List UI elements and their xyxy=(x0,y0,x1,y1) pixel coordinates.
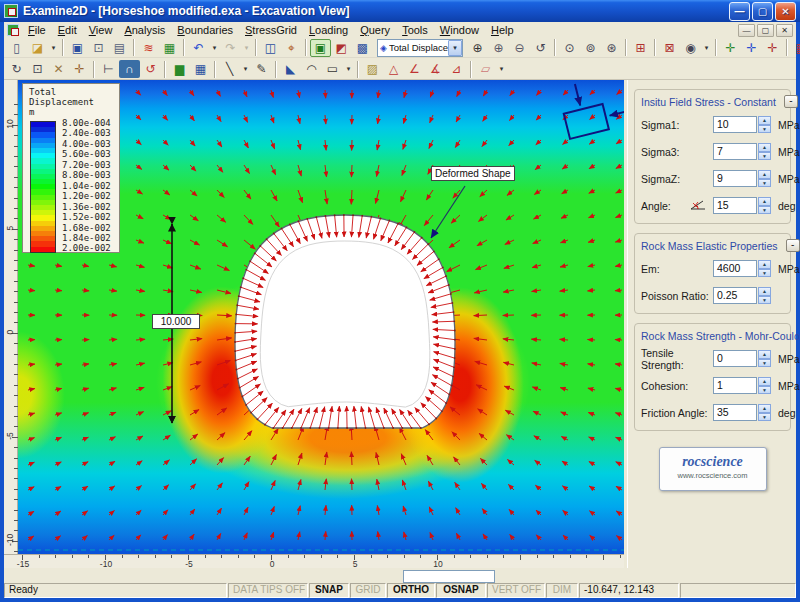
spin-down-button[interactable]: ▼ xyxy=(758,269,771,278)
status-toggle-grid[interactable]: GRID xyxy=(350,583,386,598)
stress-grid-button[interactable]: ▦ xyxy=(791,39,800,57)
em-input[interactable]: 4600 xyxy=(713,260,757,277)
rotate-excavation-button[interactable]: ↺ xyxy=(140,60,161,78)
zoom-out-button[interactable]: ⊖ xyxy=(509,39,530,57)
menu-edit[interactable]: Edit xyxy=(52,23,83,37)
new-file-button[interactable]: ▯ xyxy=(6,39,27,57)
status-toggle-osnap[interactable]: OSNAP xyxy=(436,583,486,598)
spin-up-button[interactable]: ▲ xyxy=(758,404,771,413)
menu-view[interactable]: View xyxy=(83,23,119,37)
sidebar-panel-button[interactable]: ◫ xyxy=(260,39,281,57)
spin-up-button[interactable]: ▲ xyxy=(758,170,771,179)
draw-line-caret[interactable]: ▾ xyxy=(240,60,251,78)
chart-view-button[interactable]: ▆ xyxy=(169,60,190,78)
insitu-field-stress-constant-collapse-button[interactable]: - xyxy=(784,95,798,108)
print-button[interactable]: ▤ xyxy=(109,39,130,57)
menu-help[interactable]: Help xyxy=(485,23,520,37)
spin-up-button[interactable]: ▲ xyxy=(758,116,771,125)
spin-down-button[interactable]: ▼ xyxy=(758,179,771,188)
maximize-button[interactable]: ▢ xyxy=(752,2,773,21)
menu-boundaries[interactable]: Boundaries xyxy=(171,23,239,37)
status-toggle-snap[interactable]: SNAP xyxy=(309,583,349,598)
spin-up-button[interactable]: ▲ xyxy=(758,287,771,296)
cut-selection-button[interactable]: ✕ xyxy=(48,60,69,78)
zoom-in-button[interactable]: ⊕ xyxy=(488,39,509,57)
tensile-strength-input[interactable]: 0 xyxy=(713,350,757,367)
spin-down-button[interactable]: ▼ xyxy=(758,386,771,395)
menu-analysis[interactable]: Analysis xyxy=(118,23,171,37)
excavation-view-canvas[interactable]: Deformed Shape 10.000 Total Displacement… xyxy=(18,80,624,554)
spin-down-button[interactable]: ▼ xyxy=(758,152,771,161)
excavation-boundary-button[interactable]: ∩ xyxy=(119,60,140,78)
spin-down-button[interactable]: ▼ xyxy=(758,413,771,422)
open-file-caret[interactable]: ▾ xyxy=(48,39,59,57)
spin-down-button[interactable]: ▼ xyxy=(758,359,771,368)
open-file-button[interactable]: ◪ xyxy=(27,39,48,57)
sigma1-input[interactable]: 10 xyxy=(713,116,757,133)
measure-angle1-button[interactable]: ∠ xyxy=(404,60,425,78)
prompt-box[interactable] xyxy=(403,570,495,583)
status-toggle-vert-off[interactable]: VERT OFF xyxy=(487,583,545,598)
trajectory-tool-button[interactable]: ⌖ xyxy=(281,39,302,57)
sigmaz-input[interactable]: 9 xyxy=(713,170,757,187)
undo-caret[interactable]: ▾ xyxy=(209,39,220,57)
resize-window-button[interactable]: ⊡ xyxy=(27,60,48,78)
spin-down-button[interactable]: ▼ xyxy=(758,296,771,305)
dimension-tool-button[interactable]: ⊢ xyxy=(98,60,119,78)
angle-input[interactable]: 15 xyxy=(713,197,757,214)
child-minimize-button[interactable]: — xyxy=(738,24,755,37)
combo-dropdown-arrow-icon[interactable]: ▾ xyxy=(448,40,462,56)
draw-line-button[interactable]: ╲ xyxy=(219,60,240,78)
export-grid-button[interactable]: ▦ xyxy=(190,60,211,78)
zoom-selection-button[interactable]: ⊚ xyxy=(580,39,601,57)
measure-triangle-button[interactable]: △ xyxy=(383,60,404,78)
spin-down-button[interactable]: ▼ xyxy=(758,125,771,134)
close-button[interactable]: ✕ xyxy=(775,2,796,21)
delete-vertex-button[interactable]: ✛ xyxy=(762,39,783,57)
rock-mass-elastic-properties-collapse-button[interactable]: - xyxy=(786,239,800,252)
spin-up-button[interactable]: ▲ xyxy=(758,143,771,152)
add-excavation-button[interactable]: ⊞ xyxy=(630,39,651,57)
move-vertices-button[interactable]: ✛ xyxy=(720,39,741,57)
undo-button[interactable]: ↶ xyxy=(188,39,209,57)
status-toggle-ortho[interactable]: ORTHO xyxy=(387,583,435,598)
spin-up-button[interactable]: ▲ xyxy=(758,377,771,386)
delete-boundary-button[interactable]: ⊠ xyxy=(659,39,680,57)
menu-file[interactable]: File xyxy=(22,23,52,37)
draw-arc-button[interactable]: ◠ xyxy=(301,60,322,78)
zoom-window-button[interactable]: ⊙ xyxy=(559,39,580,57)
status-toggle-data-tips-off[interactable]: DATA TIPS OFF xyxy=(228,583,308,598)
child-restore-button[interactable]: ▢ xyxy=(757,24,774,37)
menu-tools[interactable]: Tools xyxy=(396,23,434,37)
rotate-view-button[interactable]: ↻ xyxy=(6,60,27,78)
shaded-image-button[interactable]: ▦ xyxy=(159,39,180,57)
measure-angle3-button[interactable]: ⊿ xyxy=(446,60,467,78)
insert-image-button[interactable]: ▨ xyxy=(362,60,383,78)
child-close-button[interactable]: ✕ xyxy=(776,24,793,37)
print-preview-button[interactable]: ⊡ xyxy=(88,39,109,57)
spin-down-button[interactable]: ▼ xyxy=(758,206,771,215)
status-toggle-dim[interactable]: DIM xyxy=(546,583,578,598)
add-vertex-button[interactable]: ✛ xyxy=(741,39,762,57)
zoom-previous-button[interactable]: ↺ xyxy=(530,39,551,57)
measure-angle2-button[interactable]: ∡ xyxy=(425,60,446,78)
zoom-pan-button[interactable]: ⊛ xyxy=(601,39,622,57)
draw-rectangle-caret[interactable]: ▾ xyxy=(343,60,354,78)
rocscience-logo-button[interactable]: rocsciencewww.rocscience.com xyxy=(659,447,767,491)
save-button[interactable]: ▣ xyxy=(67,39,88,57)
material-properties-button[interactable]: ◩ xyxy=(331,39,352,57)
excavation-display-button[interactable]: ▣ xyxy=(310,39,331,57)
eraser-button[interactable]: ▱ xyxy=(475,60,496,78)
menu-stressgrid[interactable]: StressGrid xyxy=(239,23,303,37)
project-settings-button[interactable]: ▩ xyxy=(352,39,373,57)
spin-up-button[interactable]: ▲ xyxy=(758,197,771,206)
zoom-extents-button[interactable]: ⊕ xyxy=(467,39,488,57)
cohesion-input[interactable]: 1 xyxy=(713,377,757,394)
display-mode-combobox[interactable]: ◈ Total Displacement ▾ xyxy=(377,39,463,57)
friction-angle-input[interactable]: 35 xyxy=(713,404,757,421)
contour-options-button[interactable]: ≋ xyxy=(138,39,159,57)
menu-loading[interactable]: Loading xyxy=(303,23,354,37)
query-caret[interactable]: ▾ xyxy=(701,39,712,57)
menu-query[interactable]: Query xyxy=(354,23,396,37)
spin-up-button[interactable]: ▲ xyxy=(758,260,771,269)
